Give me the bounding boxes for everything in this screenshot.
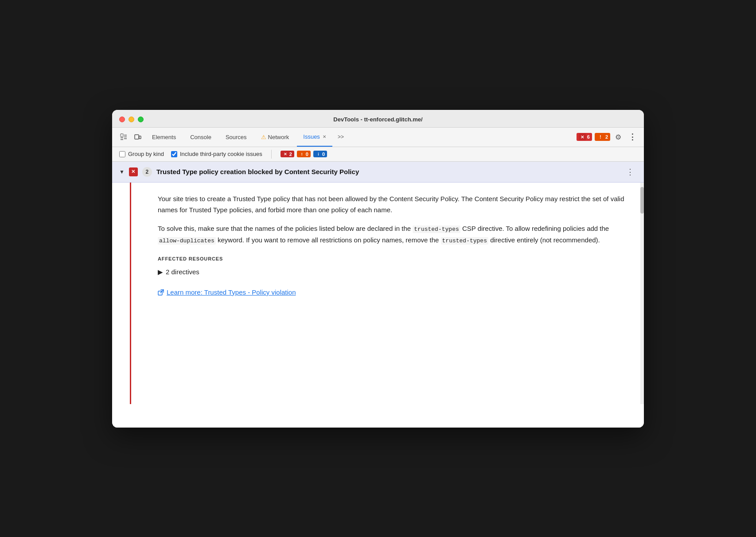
directives-text: 2 directives bbox=[166, 266, 199, 278]
minimize-button[interactable] bbox=[129, 117, 134, 122]
include-third-party-checkbox[interactable] bbox=[171, 151, 177, 157]
affected-resources-section: AFFECTED RESOURCES ▶ 2 directives bbox=[158, 255, 626, 278]
code-allow-duplicates: allow-duplicates bbox=[158, 237, 216, 245]
description-para2: To solve this, make sure that the names … bbox=[158, 223, 626, 246]
more-options-button[interactable]: ⋮ bbox=[626, 131, 639, 143]
subbar-error-badge[interactable]: ✕ 2 bbox=[281, 151, 294, 157]
issue-count-badge: 2 bbox=[142, 167, 152, 177]
scrollbar[interactable] bbox=[640, 183, 644, 404]
settings-button[interactable]: ⚙ bbox=[612, 131, 624, 143]
traffic-lights bbox=[119, 117, 144, 122]
tab-network[interactable]: ⚠ Network bbox=[255, 127, 296, 147]
issue-error-icon: ✕ bbox=[129, 167, 138, 176]
issue-header[interactable]: ▼ ✕ 2 Trusted Type policy creation block… bbox=[112, 162, 644, 183]
subbar-divider bbox=[271, 150, 272, 159]
main-content: ▼ ✕ 2 Trusted Type policy creation block… bbox=[112, 162, 644, 428]
subbar: Group by kind Include third-party cookie… bbox=[112, 147, 644, 162]
warning-icon: ! bbox=[597, 133, 604, 140]
toolbar-right: ✕ 6 ! 2 ⚙ ⋮ bbox=[576, 131, 639, 143]
subbar-warning-badge[interactable]: ! 0 bbox=[297, 151, 311, 157]
issue-body: Your site tries to create a Trusted Type… bbox=[131, 183, 644, 404]
scrollbar-thumb[interactable] bbox=[640, 187, 644, 214]
device-mode-icon[interactable] bbox=[132, 131, 144, 143]
inspector-icon[interactable] bbox=[117, 131, 130, 143]
directives-expand-icon[interactable]: ▶ bbox=[158, 266, 163, 278]
toolbar: Elements Console Sources ⚠ Network Issue… bbox=[112, 128, 644, 147]
issue-more-button[interactable]: ⋮ bbox=[624, 166, 637, 178]
window-title: DevTools - tt-enforced.glitch.me/ bbox=[333, 116, 422, 123]
more-tabs-button[interactable]: >> bbox=[334, 127, 347, 147]
network-warning-icon: ⚠ bbox=[261, 134, 266, 140]
subbar-info-icon: i bbox=[316, 151, 321, 157]
code-trusted-types-1: trusted-types bbox=[413, 226, 460, 233]
collapse-button[interactable]: ▼ bbox=[119, 169, 125, 175]
include-third-party-label[interactable]: Include third-party cookie issues bbox=[171, 151, 262, 157]
devtools-window: DevTools - tt-enforced.glitch.me/ Elemen… bbox=[112, 110, 644, 428]
error-badge[interactable]: ✕ 6 bbox=[577, 133, 592, 141]
group-by-kind-checkbox[interactable] bbox=[119, 151, 125, 157]
subbar-badges: ✕ 2 ! 0 i 0 bbox=[281, 151, 327, 157]
warning-badge[interactable]: ! 2 bbox=[595, 133, 610, 141]
tab-issues[interactable]: Issues ✕ bbox=[297, 127, 332, 147]
external-link-icon bbox=[158, 288, 164, 297]
titlebar: DevTools - tt-enforced.glitch.me/ bbox=[112, 110, 644, 128]
maximize-button[interactable] bbox=[138, 117, 144, 122]
code-trusted-types-2: trusted-types bbox=[441, 237, 488, 245]
subbar-error-icon: ✕ bbox=[283, 151, 288, 157]
tab-elements[interactable]: Elements bbox=[146, 127, 182, 147]
issue-title: Trusted Type policy creation blocked by … bbox=[156, 168, 619, 175]
learn-more-text: Learn more: Trusted Types - Policy viola… bbox=[167, 287, 296, 298]
close-button[interactable] bbox=[119, 117, 125, 122]
subbar-info-badge[interactable]: i 0 bbox=[313, 151, 327, 157]
gear-icon: ⚙ bbox=[615, 133, 621, 141]
svg-rect-0 bbox=[121, 134, 123, 136]
description-para1: Your site tries to create a Trusted Type… bbox=[158, 193, 626, 216]
group-by-kind-label[interactable]: Group by kind bbox=[119, 151, 164, 157]
tab-sources[interactable]: Sources bbox=[219, 127, 253, 147]
svg-rect-1 bbox=[135, 135, 139, 139]
tab-console[interactable]: Console bbox=[184, 127, 218, 147]
learn-more-link[interactable]: Learn more: Trusted Types - Policy viola… bbox=[158, 287, 626, 298]
directives-row[interactable]: ▶ 2 directives bbox=[158, 266, 626, 278]
affected-resources-label: AFFECTED RESOURCES bbox=[158, 255, 626, 263]
subbar-warning-icon: ! bbox=[299, 151, 305, 157]
error-icon: ✕ bbox=[579, 133, 586, 140]
svg-rect-2 bbox=[139, 136, 141, 139]
ellipsis-vertical-icon: ⋮ bbox=[628, 132, 636, 142]
issues-tab-close-icon[interactable]: ✕ bbox=[323, 134, 326, 139]
